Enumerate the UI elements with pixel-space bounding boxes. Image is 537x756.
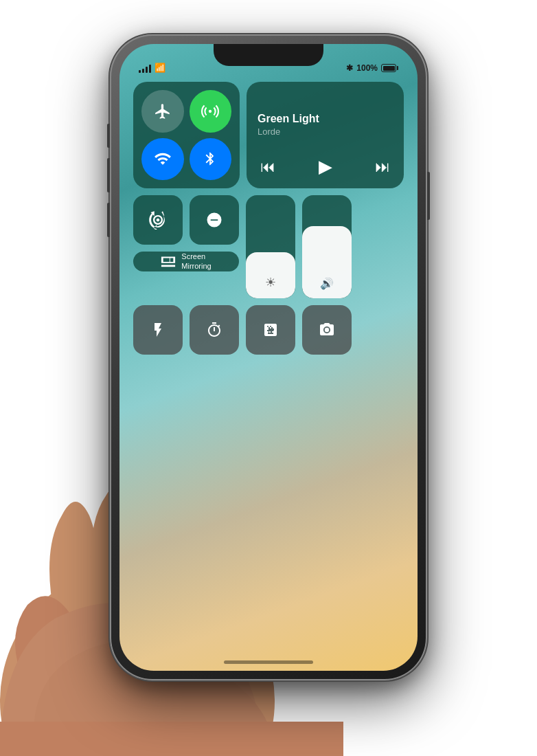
power-button[interactable] bbox=[427, 172, 430, 220]
signal-bar-1 bbox=[139, 70, 141, 73]
airplane-icon bbox=[154, 102, 172, 120]
phone-screen: 📶 ✱ 100% bbox=[119, 44, 418, 671]
music-title: Green Light bbox=[258, 113, 393, 125]
wifi-icon: 📶 bbox=[155, 63, 165, 73]
home-indicator[interactable] bbox=[224, 660, 313, 664]
svg-point-2 bbox=[209, 110, 212, 113]
rotation-lock-icon bbox=[148, 210, 168, 230]
music-tile[interactable]: Green Light Lorde ⏮ ▶ ⏭ bbox=[247, 82, 404, 188]
screen-mirroring-label: Screen Mirroring bbox=[181, 252, 211, 271]
bluetooth-toggle-icon bbox=[203, 151, 218, 166]
calculator-button[interactable] bbox=[246, 305, 295, 355]
signal-icon bbox=[139, 63, 151, 73]
cc-mid: Screen Mirroring ☀ bbox=[133, 195, 404, 298]
rotation-lock-button[interactable] bbox=[133, 195, 183, 245]
battery-fill bbox=[383, 66, 395, 71]
battery-tip bbox=[397, 66, 398, 70]
brightness-slider[interactable]: ☀ bbox=[246, 195, 295, 298]
cellular-icon bbox=[201, 102, 219, 120]
notch bbox=[214, 44, 323, 66]
signal-bar-3 bbox=[146, 67, 148, 73]
connectivity-tile[interactable] bbox=[133, 82, 240, 188]
battery-percent-label: 100% bbox=[356, 63, 378, 73]
wifi-toggle-button[interactable] bbox=[141, 138, 184, 181]
battery-icon bbox=[381, 64, 398, 72]
do-not-disturb-icon bbox=[205, 210, 224, 230]
volume-down-button[interactable] bbox=[107, 203, 110, 237]
wifi-toggle-icon bbox=[154, 150, 172, 168]
scene: 📶 ✱ 100% bbox=[0, 0, 537, 756]
music-controls[interactable]: ⏮ ▶ ⏭ bbox=[258, 156, 393, 177]
silent-switch-button[interactable] bbox=[107, 124, 110, 148]
screen-mirroring-button[interactable]: Screen Mirroring bbox=[133, 252, 239, 271]
music-info: Green Light Lorde bbox=[258, 93, 393, 156]
phone-body: 📶 ✱ 100% bbox=[110, 34, 427, 680]
volume-up-button[interactable] bbox=[107, 158, 110, 192]
music-prev-button[interactable]: ⏮ bbox=[260, 158, 275, 176]
screen-mirroring-icon bbox=[161, 254, 176, 269]
control-center: Green Light Lorde ⏮ ▶ ⏭ bbox=[133, 82, 404, 616]
calculator-icon bbox=[262, 322, 279, 338]
bluetooth-icon: ✱ bbox=[346, 63, 353, 73]
timer-icon bbox=[206, 322, 222, 338]
camera-button[interactable] bbox=[302, 305, 352, 355]
toggle-row bbox=[133, 195, 239, 245]
signal-bar-2 bbox=[142, 69, 144, 73]
quick-actions-row bbox=[133, 305, 404, 355]
do-not-disturb-button[interactable] bbox=[190, 195, 239, 245]
left-toggles: Screen Mirroring bbox=[133, 195, 239, 271]
flashlight-icon bbox=[150, 322, 166, 338]
camera-icon bbox=[319, 322, 335, 338]
airplane-mode-button[interactable] bbox=[141, 90, 184, 133]
music-play-button[interactable]: ▶ bbox=[319, 156, 332, 177]
status-right: ✱ 100% bbox=[346, 63, 398, 74]
brightness-icon: ☀ bbox=[265, 275, 276, 290]
volume-slider[interactable]: 🔊 bbox=[302, 195, 352, 298]
music-artist: Lorde bbox=[258, 126, 393, 137]
svg-rect-1 bbox=[0, 722, 343, 756]
cc-row1: Green Light Lorde ⏮ ▶ ⏭ bbox=[133, 82, 404, 188]
volume-icon: 🔊 bbox=[320, 277, 334, 290]
flashlight-button[interactable] bbox=[133, 305, 183, 355]
battery-body bbox=[381, 64, 396, 72]
signal-bar-4 bbox=[149, 65, 151, 73]
bluetooth-toggle-button[interactable] bbox=[190, 138, 232, 181]
timer-button[interactable] bbox=[190, 305, 239, 355]
sliders-container: ☀ 🔊 bbox=[246, 195, 404, 298]
cellular-button[interactable] bbox=[190, 90, 232, 133]
music-next-button[interactable]: ⏭ bbox=[375, 158, 390, 176]
status-left: 📶 bbox=[139, 63, 165, 74]
